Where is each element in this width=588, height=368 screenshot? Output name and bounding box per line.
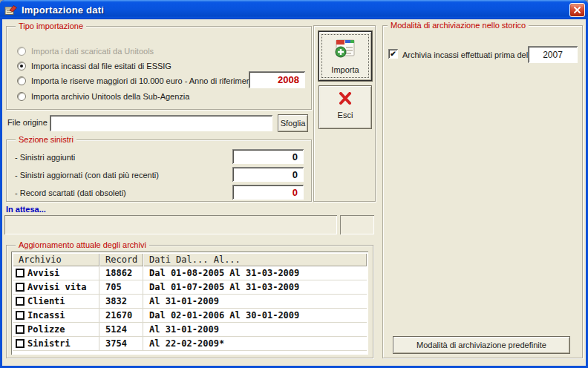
archivio-name: Polizze	[27, 324, 65, 335]
archivio-name: Incassi	[27, 310, 65, 321]
esci-button[interactable]: Esci	[318, 85, 372, 129]
radio-button-icon	[17, 47, 26, 56]
radio-label: Importa archivio Unitools della Sub-Agen…	[31, 92, 189, 101]
record-count: 18862	[99, 266, 143, 280]
date-range: Al 31-01-2009	[143, 323, 367, 336]
table-row-sinistri[interactable]: Sinistri 3754 Al 22-02-2009*	[13, 337, 367, 351]
record-count: 705	[99, 280, 143, 294]
progress-bar-track	[4, 215, 337, 234]
status-label: In attesa...	[6, 205, 46, 214]
sinistri-aggiornati-value: 0	[293, 169, 298, 180]
sfoglia-button[interactable]: Sfoglia	[278, 114, 308, 132]
importa-button[interactable]: Importa	[318, 31, 372, 81]
group-archivi-title: Aggiornamento attuale degli archivi	[16, 240, 149, 250]
group-sezione-sinistri: Sezione sinistri - Sinistri aggiunti 0 -…	[6, 139, 312, 202]
radio-importa-incassi-essig[interactable]: Importa incassi dal file esitati di ESSI…	[17, 60, 172, 72]
column-header-record: Record	[99, 253, 143, 266]
sinistri-aggiornati-field: 0	[232, 167, 304, 182]
dialog-importazione-dati: Importazione dati Tipo importazione Impo…	[0, 0, 588, 368]
date-range: Dal 01-08-2005 Al 31-03-2009	[143, 266, 367, 280]
sinistri-aggiunti-value: 0	[293, 151, 298, 162]
record-count: 21670	[99, 309, 143, 322]
record-count: 3832	[99, 295, 143, 308]
row-checkbox[interactable]	[16, 325, 24, 334]
archivio-name: Sinistri	[27, 338, 71, 349]
table-row-incassi[interactable]: Incassi 21670 Dal 02-01-2006 Al 30-01-20…	[13, 309, 367, 323]
archivi-table[interactable]: Archivio Record Dati Dal... Al... Avvisi…	[11, 252, 368, 355]
import-form-icon	[333, 37, 358, 62]
sinistri-aggiunti-field: 0	[232, 149, 304, 164]
anno-riferimento-value: 2008	[278, 74, 299, 85]
record-scartati-value: 0	[293, 187, 298, 198]
dialog-client-area: Tipo importazione Importa i dati scarica…	[2, 19, 586, 366]
importa-button-label: Importa	[331, 65, 359, 74]
date-range: Al 22-02-2009*	[143, 337, 367, 350]
modalita-predefinite-label: Modalità di archiviazione predefinite	[416, 341, 546, 349]
row-checkbox[interactable]	[16, 311, 24, 320]
row-checkbox[interactable]	[16, 297, 24, 306]
column-header-archivio: Archivio	[13, 253, 99, 266]
modalita-predefinite-button[interactable]: Modalità di archiviazione predefinite	[393, 336, 570, 354]
import-document-icon	[4, 4, 18, 16]
radio-label: Importa i dati scaricati da Unitools	[31, 47, 154, 56]
check-mark-icon: ✔	[390, 50, 396, 58]
group-tipo-importazione: Tipo importazione Importa i dati scarica…	[6, 26, 312, 110]
radio-importa-unitools: Importa i dati scaricati da Unitools	[17, 45, 154, 57]
archivio-name: Avvisi vita	[27, 282, 86, 292]
actions-frame: Importa Esci	[313, 25, 376, 202]
row-checkbox[interactable]	[16, 269, 24, 277]
table-row-polizze[interactable]: Polizze 5124 Al 31-01-2009	[13, 323, 367, 337]
radio-button-icon[interactable]	[17, 62, 26, 70]
storico-anno-value: 2007	[543, 50, 563, 60]
table-row-avvisi-vita[interactable]: Avvisi vita 705 Dal 01-07-2005 Al 31-03-…	[13, 280, 367, 295]
date-range: Dal 02-01-2006 Al 30-01-2009	[143, 309, 367, 322]
esci-button-label: Esci	[338, 111, 353, 119]
table-row-avvisi[interactable]: Avvisi 18862 Dal 01-08-2005 Al 31-03-200…	[13, 266, 367, 280]
radio-label: Importa incassi dal file esitati di ESSI…	[31, 62, 172, 70]
group-storico: Modalità di archiviazione nello storico …	[382, 25, 583, 358]
storico-anno-field[interactable]: 2007	[528, 46, 578, 63]
group-archivi: Aggiornamento attuale degli archivi Arch…	[6, 245, 373, 358]
red-x-icon	[337, 92, 353, 107]
radio-importa-sub-agenzia[interactable]: Importa archivio Unitools della Sub-Agen…	[17, 91, 189, 102]
anno-riferimento-field[interactable]: 2008	[249, 71, 305, 88]
archivio-name: Clienti	[27, 296, 65, 306]
archivia-incassi-label: Archivia incassi effettuati prima del	[402, 50, 528, 59]
close-button[interactable]	[569, 3, 585, 17]
group-tipo-importazione-title: Tipo importazione	[16, 22, 86, 31]
file-origine-label: File origine	[7, 118, 48, 127]
record-count: 3754	[99, 337, 143, 350]
group-storico-title: Modalità di archiviazione nello storico	[388, 21, 529, 30]
radio-label: Importa le riserve maggiori di 10.000 eu…	[31, 76, 260, 85]
table-row-clienti[interactable]: Clienti 3832 Al 31-01-2009	[13, 295, 367, 309]
row-checkbox[interactable]	[16, 339, 24, 348]
archivio-name: Avvisi	[27, 268, 59, 278]
record-scartati-label: - Record scartati (dati obsoleti)	[15, 188, 126, 197]
group-sezione-sinistri-title: Sezione sinistri	[16, 135, 76, 145]
radio-button-icon[interactable]	[17, 92, 26, 101]
radio-button-icon[interactable]	[17, 76, 26, 85]
archivia-incassi-checkbox[interactable]: ✔	[388, 49, 398, 59]
sfoglia-button-label: Sfoglia	[281, 119, 306, 128]
radio-importa-riserve[interactable]: Importa le riserve maggiori di 10.000 eu…	[17, 75, 260, 87]
date-range: Al 31-01-2009	[143, 295, 367, 308]
column-header-dati: Dati Dal... Al...	[143, 253, 367, 266]
window-title: Importazione dati	[22, 4, 104, 16]
record-count: 5124	[99, 323, 143, 336]
title-bar[interactable]: Importazione dati	[0, 0, 588, 19]
date-range: Dal 01-07-2005 Al 31-03-2009	[143, 280, 367, 294]
record-scartati-field: 0	[232, 185, 304, 200]
sinistri-aggiunti-label: - Sinistri aggiunti	[15, 153, 75, 162]
row-checkbox[interactable]	[16, 283, 24, 292]
file-origine-input[interactable]	[50, 115, 272, 131]
archivi-table-header: Archivio Record Dati Dal... Al...	[13, 253, 367, 266]
sinistri-aggiornati-label: - Sinistri aggiornati (con dati più rece…	[15, 171, 159, 180]
progress-percent-panel	[340, 215, 374, 234]
